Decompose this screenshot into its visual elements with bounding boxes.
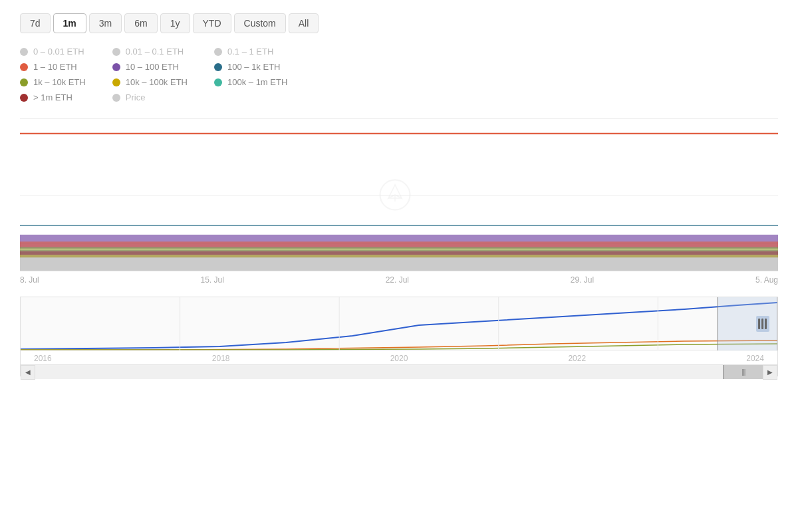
legend-item-0: 0 – 0.01 ETH [20,47,86,57]
legend-item-9: > 1m ETH [20,92,86,102]
mini-chart: 2016 2018 2020 2022 2024 ◀ ||| ▶ [20,297,778,376]
chart-legend: 0 – 0.01 ETH0.01 – 0.1 ETH0.1 – 1 ETH1 –… [20,47,287,102]
mini-chart-svg [21,297,777,350]
legend-dot-3 [20,63,28,71]
legend-dot-5 [214,63,222,71]
time-btn-7d[interactable]: 7d [20,13,51,33]
legend-item-6: 1k – 10k ETH [20,77,86,87]
time-btn-custom[interactable]: Custom [234,13,286,33]
legend-item-5: 100 – 1k ETH [214,62,287,72]
x-axis: 8. Jul 15. Jul 22. Jul 29. Jul 5. Aug [20,271,778,291]
svg-rect-8 [20,250,778,271]
main-container: 7d1m3m6m1yYTDCustomAll 0 – 0.01 ETH0.01 … [0,0,798,532]
mini-x-axis: 2016 2018 2020 2022 2024 [21,352,777,363]
mini-x-label-2: 2018 [212,354,230,363]
svg-rect-21 [765,319,767,329]
mini-x-label-1: 2016 [34,354,52,363]
legend-item-4: 10 – 100 ETH [112,62,188,72]
main-chart [20,118,778,271]
time-btn-all[interactable]: All [289,13,319,33]
legend-label-0: 0 – 0.01 ETH [33,47,84,57]
legend-label-6: 1k – 10k ETH [33,77,86,87]
svg-rect-9 [21,297,777,350]
legend-dot-9 [20,94,28,102]
time-btn-1y[interactable]: 1y [160,13,190,33]
legend-dot-2 [214,48,222,56]
legend-label-7: 10k – 100k ETH [126,77,188,87]
nav-thumb[interactable]: ||| [723,365,763,379]
x-label-1: 8. Jul [20,275,39,285]
legend-dot-10 [112,94,120,102]
svg-rect-19 [758,319,760,329]
nav-right-arrow[interactable]: ▶ [763,365,777,380]
mini-x-label-5: 2024 [746,354,764,363]
x-label-3: 22. Jul [386,275,409,285]
legend-dot-7 [112,78,120,86]
legend-label-10: Price [126,92,146,102]
legend-item-2: 0.1 – 1 ETH [214,47,287,57]
time-range-selector: 7d1m3m6m1yYTDCustomAll [20,13,778,33]
legend-dot-6 [20,78,28,86]
time-btn-ytd[interactable]: YTD [193,13,231,33]
legend-dot-1 [112,48,120,56]
mini-x-label-3: 2020 [390,354,408,363]
legend-item-3: 1 – 10 ETH [20,62,86,72]
legend-dot-8 [214,78,222,86]
x-label-4: 29. Jul [571,275,594,285]
main-chart-svg [20,118,778,271]
x-label-5: 5. Aug [755,275,778,285]
legend-label-3: 1 – 10 ETH [33,62,77,72]
legend-label-9: > 1m ETH [33,92,72,102]
legend-label-1: 0.01 – 0.1 ETH [126,47,184,57]
nav-track[interactable]: ||| [35,365,763,379]
time-btn-3m[interactable]: 3m [89,13,122,33]
x-label-2: 15. Jul [200,275,223,285]
svg-rect-20 [761,319,763,329]
time-btn-1m[interactable]: 1m [53,13,86,33]
time-btn-6m[interactable]: 6m [124,13,157,33]
mini-x-label-4: 2022 [568,354,586,363]
legend-dot-4 [112,63,120,71]
legend-dot-0 [20,48,28,56]
legend-label-2: 0.1 – 1 ETH [227,47,273,57]
nav-left-arrow[interactable]: ◀ [21,365,35,380]
legend-label-4: 10 – 100 ETH [126,62,179,72]
nav-thumb-icon: ||| [742,368,745,376]
legend-label-8: 100k – 1m ETH [227,77,287,87]
legend-item-7: 10k – 100k ETH [112,77,188,87]
chart-area: 8. Jul 15. Jul 22. Jul 29. Jul 5. Aug [20,118,778,525]
legend-item-1: 0.01 – 0.1 ETH [112,47,188,57]
legend-label-5: 100 – 1k ETH [227,62,281,72]
legend-item-10: Price [112,92,188,102]
legend-item-8: 100k – 1m ETH [214,77,287,87]
navigator-scrollbar: ◀ ||| ▶ [21,364,777,379]
svg-rect-4 [20,241,778,247]
